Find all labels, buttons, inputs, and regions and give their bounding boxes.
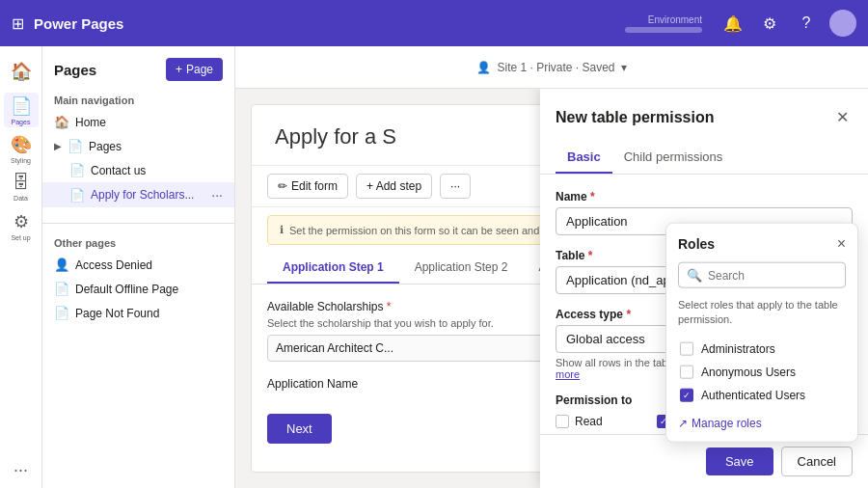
- new-table-permission-panel: New table permission ✕ Basic Child permi…: [540, 89, 868, 488]
- content-topbar: 👤 Site 1 · Private · Saved ▾: [235, 46, 868, 89]
- panel-tab-child-permissions[interactable]: Child permissions: [612, 142, 735, 174]
- panel-tab-basic[interactable]: Basic: [556, 142, 612, 174]
- roles-dropdown-title: Roles: [678, 236, 715, 252]
- manage-roles-link[interactable]: ↗ Manage roles: [678, 416, 762, 429]
- help-icon[interactable]: ?: [793, 10, 820, 37]
- home-icon: 🏠: [11, 61, 32, 82]
- name-required: *: [590, 190, 595, 203]
- topbar-right: Environment 🔔 ⚙ ?: [625, 10, 856, 37]
- sidebar-icon-styling[interactable]: 🎨 Styling: [4, 131, 39, 166]
- edit-form-button[interactable]: ✏ Edit form: [267, 174, 348, 199]
- manage-roles-label: Manage roles: [692, 416, 762, 429]
- role-anonymous-label: Anonymous Users: [701, 365, 796, 378]
- roles-dropdown-close-button[interactable]: ×: [837, 235, 846, 253]
- role-authenticated-label: Authenticated Users: [701, 388, 805, 401]
- site-dropdown-icon[interactable]: ▾: [621, 61, 627, 74]
- grid-icon[interactable]: ⊞: [12, 14, 24, 33]
- main-nav-section: Main navigation 🏠 Home ▶ 📄 Pages 📄 Conta…: [42, 89, 234, 215]
- pages-icon-label: Pages: [12, 119, 31, 125]
- more-options-icon: ···: [450, 179, 460, 193]
- other-pages-title: Other pages: [42, 231, 234, 253]
- setup-icon: ⚙: [14, 211, 29, 232]
- panel-header: New table permission ✕ Basic Child permi…: [540, 89, 868, 175]
- role-administrators-label: Administrators: [701, 341, 775, 355]
- sidebar-item-apply-label: Apply for Scholars...: [91, 188, 194, 202]
- pages-nav-icon: 📄: [68, 139, 83, 153]
- other-pages-section: Other pages 👤 Access Denied 📄 Default Of…: [42, 231, 234, 333]
- perm-read-checkbox[interactable]: [556, 415, 569, 428]
- avatar[interactable]: [829, 10, 856, 37]
- access-type-required: *: [626, 308, 631, 321]
- not-found-icon: 📄: [54, 306, 69, 320]
- role-option-authenticated[interactable]: ✓ Authenticated Users: [678, 383, 846, 406]
- pages-panel-title: Pages: [54, 62, 96, 78]
- edit-form-icon: ✏: [278, 179, 287, 193]
- styling-icon: 🎨: [11, 134, 32, 155]
- settings-icon[interactable]: ⚙: [756, 10, 783, 37]
- apply-nav-dots[interactable]: ···: [211, 187, 223, 203]
- sidebar-item-pages-label: Pages: [89, 140, 122, 153]
- more-options-button[interactable]: ···: [440, 174, 471, 199]
- add-page-label: Page: [186, 63, 213, 76]
- sidebar-item-contact-label: Contact us: [91, 164, 146, 177]
- styling-icon-label: Styling: [11, 157, 31, 164]
- sidebar-icon-home[interactable]: 🏠: [4, 54, 39, 89]
- edit-form-label: Edit form: [291, 179, 338, 193]
- tab-application-step-1[interactable]: Application Step 1: [267, 253, 399, 284]
- not-found-label: Page Not Found: [75, 307, 159, 320]
- panel-title: New table permission: [556, 109, 715, 126]
- nav-divider: [42, 223, 234, 224]
- panel-header-row: New table permission ✕: [556, 104, 853, 130]
- site-info: Site 1 · Private · Saved: [497, 61, 614, 74]
- panel-tabs: Basic Child permissions: [556, 142, 853, 174]
- sidebar-more-icon[interactable]: ···: [14, 460, 28, 480]
- role-option-administrators[interactable]: Administrators: [678, 337, 846, 360]
- home-nav-icon: 🏠: [54, 115, 69, 129]
- sidebar-item-offline[interactable]: 📄 Default Offline Page: [42, 277, 234, 301]
- role-anonymous-checkbox[interactable]: [680, 365, 693, 378]
- role-authenticated-checkbox[interactable]: ✓: [680, 388, 693, 401]
- add-step-button[interactable]: + Add step: [356, 174, 432, 199]
- sidebar-item-apply[interactable]: 📄 Apply for Scholars... ···: [42, 182, 234, 207]
- role-option-anonymous[interactable]: Anonymous Users: [678, 360, 846, 383]
- roles-search-box[interactable]: 🔍: [678, 262, 846, 288]
- sidebar-item-contact[interactable]: 📄 Contact us: [42, 158, 234, 182]
- topbar: ⊞ Power Pages Environment 🔔 ⚙ ?: [0, 0, 868, 46]
- perm-read: Read: [556, 415, 651, 428]
- save-button[interactable]: Save: [706, 447, 773, 475]
- content-main: Apply for a S ✏ Edit form + Add step ···…: [235, 89, 868, 488]
- add-page-button[interactable]: + Page: [166, 58, 223, 81]
- env-bar: [625, 27, 702, 33]
- offline-icon: 📄: [54, 282, 69, 296]
- role-administrators-checkbox[interactable]: [680, 341, 693, 355]
- access-denied-icon: 👤: [54, 258, 69, 272]
- sidebar-item-home[interactable]: 🏠 Home: [42, 110, 234, 134]
- roles-desc: Select roles that apply to the table per…: [678, 298, 846, 328]
- sidebar-icon-setup[interactable]: ⚙ Set up: [4, 208, 39, 243]
- tab-application-step-2[interactable]: Application Step 2: [399, 253, 524, 284]
- sidebar-icon-pages[interactable]: 📄 Pages: [4, 93, 39, 127]
- roles-dropdown: Roles × 🔍 Select roles that apply to the…: [665, 223, 858, 443]
- offline-label: Default Offline Page: [75, 283, 178, 296]
- table-required: *: [588, 249, 593, 262]
- panel-close-button[interactable]: ✕: [832, 104, 853, 130]
- sidebar-item-pages[interactable]: ▶ 📄 Pages: [42, 134, 234, 158]
- sidebar-item-home-label: Home: [75, 116, 106, 129]
- add-page-plus: +: [176, 63, 182, 76]
- perm-read-label: Read: [575, 415, 603, 428]
- sidebar-item-not-found[interactable]: 📄 Page Not Found: [42, 301, 234, 325]
- roles-search-icon: 🔍: [687, 268, 702, 283]
- manage-roles-icon: ↗: [678, 416, 688, 429]
- sidebar-icon-data[interactable]: 🗄 Data: [4, 170, 39, 204]
- app-title: Power Pages: [34, 15, 625, 32]
- data-icon-label: Data: [14, 195, 28, 202]
- sidebar-item-access-denied[interactable]: 👤 Access Denied: [42, 253, 234, 277]
- scholarships-required: *: [387, 300, 392, 313]
- main-layout: 🏠 📄 Pages 🎨 Styling 🗄 Data ⚙ Set up ··· …: [0, 46, 868, 488]
- cancel-button[interactable]: Cancel: [781, 447, 853, 476]
- chevron-icon: ▶: [54, 141, 62, 151]
- next-button[interactable]: Next: [267, 414, 332, 444]
- pages-panel-header: Pages + Page: [42, 58, 234, 89]
- roles-search-input[interactable]: [708, 268, 837, 282]
- notification-icon[interactable]: 🔔: [719, 10, 746, 37]
